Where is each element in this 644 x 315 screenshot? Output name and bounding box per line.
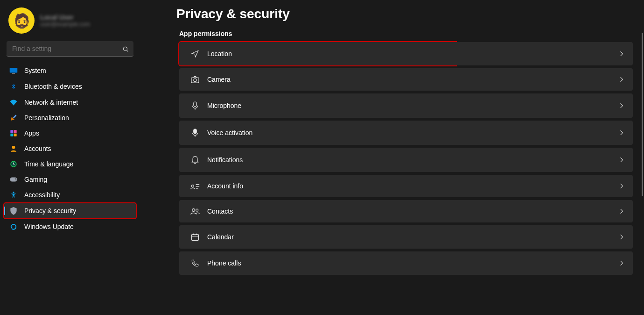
personalization-icon <box>9 114 18 122</box>
svg-point-16 <box>194 79 196 81</box>
chevron-right-icon <box>620 157 623 163</box>
search-input[interactable] <box>7 41 133 57</box>
permission-row-notifications[interactable]: Notifications <box>179 148 633 172</box>
permission-row-phone[interactable]: Phone calls <box>179 251 633 275</box>
nav-list: SystemBluetooth & devicesNetwork & inter… <box>4 63 136 234</box>
permission-row-microphone[interactable]: Microphone <box>179 93 633 118</box>
sidebar-item-label: Personalization <box>24 114 69 122</box>
section-header: App permissions <box>179 30 633 37</box>
permission-label: Calendar <box>207 233 234 241</box>
permission-label: Account info <box>207 182 243 190</box>
chevron-right-icon <box>620 76 623 83</box>
user-name: Local User <box>40 14 90 21</box>
permission-label: Microphone <box>207 102 241 109</box>
permission-row-location[interactable]: Location <box>179 42 633 65</box>
contacts-icon <box>189 208 202 215</box>
notifications-icon <box>189 155 202 165</box>
sidebar-item-network[interactable]: Network & internet <box>4 95 136 110</box>
chevron-right-icon <box>620 208 623 215</box>
location-icon <box>189 50 202 58</box>
phone-icon <box>189 259 202 267</box>
sidebar-item-label: Windows Update <box>24 223 74 230</box>
camera-icon <box>189 76 202 83</box>
user-section[interactable]: 🧔 Local User user@example.com <box>4 6 136 40</box>
permission-row-camera[interactable]: Camera <box>179 68 633 91</box>
svg-point-19 <box>192 185 194 187</box>
permissions-list: Location Camera Microphone Voice activat… <box>179 42 633 275</box>
svg-rect-3 <box>12 73 15 74</box>
svg-point-24 <box>196 209 198 211</box>
chevron-right-icon <box>620 234 623 240</box>
sidebar-item-label: System <box>24 67 46 74</box>
permission-label: Contacts <box>207 208 233 215</box>
microphone-icon <box>189 101 202 110</box>
bluetooth-icon <box>9 82 18 91</box>
sidebar-item-label: Time & language <box>24 160 73 168</box>
permission-row-contacts[interactable]: Contacts <box>179 200 633 222</box>
accessibility-icon <box>9 191 18 199</box>
svg-rect-7 <box>10 134 13 136</box>
svg-rect-8 <box>14 134 17 136</box>
sidebar-item-bluetooth[interactable]: Bluetooth & devices <box>4 79 136 94</box>
permission-label: Camera <box>207 76 231 83</box>
voice-icon <box>189 128 202 137</box>
svg-point-14 <box>13 192 14 193</box>
accountinfo-icon <box>189 182 202 190</box>
chevron-right-icon <box>620 50 623 57</box>
sidebar-item-accessibility[interactable]: Accessibility <box>4 187 136 202</box>
calendar-icon <box>189 233 202 241</box>
network-icon <box>9 99 18 106</box>
sidebar-item-apps[interactable]: Apps <box>4 126 136 141</box>
svg-rect-4 <box>13 115 17 119</box>
update-icon <box>9 223 18 230</box>
permission-label: Notifications <box>207 156 243 164</box>
avatar: 🧔 <box>8 7 35 34</box>
sidebar-item-accounts[interactable]: Accounts <box>4 141 136 156</box>
sidebar-item-label: Bluetooth & devices <box>24 83 82 90</box>
time-icon <box>9 160 18 168</box>
svg-line-1 <box>127 50 128 51</box>
svg-point-0 <box>123 47 127 50</box>
svg-rect-6 <box>14 130 17 133</box>
content: Privacy & security App permissions Locat… <box>140 0 644 315</box>
scrollbar[interactable] <box>642 33 643 196</box>
apps-icon <box>9 129 18 137</box>
sidebar-item-time[interactable]: Time & language <box>4 157 136 172</box>
permission-row-calendar[interactable]: Calendar <box>179 225 633 249</box>
chevron-right-icon <box>620 260 623 266</box>
permission-label: Phone calls <box>207 259 241 267</box>
gaming-icon <box>9 177 18 182</box>
sidebar-item-update[interactable]: Windows Update <box>4 219 136 234</box>
chevron-right-icon <box>620 102 623 109</box>
sidebar-item-privacy[interactable]: Privacy & security <box>4 203 136 219</box>
svg-rect-18 <box>194 129 196 134</box>
svg-point-23 <box>192 209 195 212</box>
chevron-right-icon <box>620 129 623 136</box>
sidebar-item-label: Privacy & security <box>24 207 76 215</box>
search-icon <box>122 46 129 52</box>
system-icon <box>9 67 18 74</box>
svg-point-9 <box>12 146 15 149</box>
svg-rect-25 <box>192 234 199 240</box>
svg-rect-15 <box>191 78 199 83</box>
svg-point-13 <box>15 179 16 180</box>
sidebar-item-label: Accounts <box>24 145 51 152</box>
svg-rect-2 <box>10 68 18 73</box>
sidebar-item-label: Network & internet <box>24 99 78 106</box>
svg-point-12 <box>15 178 16 179</box>
svg-rect-17 <box>194 102 196 107</box>
privacy-icon <box>9 207 18 215</box>
chevron-right-icon <box>620 183 623 189</box>
sidebar-item-personalization[interactable]: Personalization <box>4 110 136 125</box>
sidebar-item-gaming[interactable]: Gaming <box>4 172 136 187</box>
permission-label: Location <box>207 50 232 57</box>
sidebar-item-system[interactable]: System <box>4 63 136 78</box>
sidebar: 🧔 Local User user@example.com SystemBlue… <box>0 0 140 315</box>
permission-label: Voice activation <box>207 129 252 136</box>
permission-row-voice[interactable]: Voice activation <box>179 121 633 145</box>
permission-row-accountinfo[interactable]: Account info <box>179 175 633 197</box>
user-email: user@example.com <box>40 21 90 28</box>
sidebar-item-label: Apps <box>24 129 39 137</box>
svg-rect-5 <box>10 130 13 133</box>
accounts-icon <box>9 145 18 152</box>
